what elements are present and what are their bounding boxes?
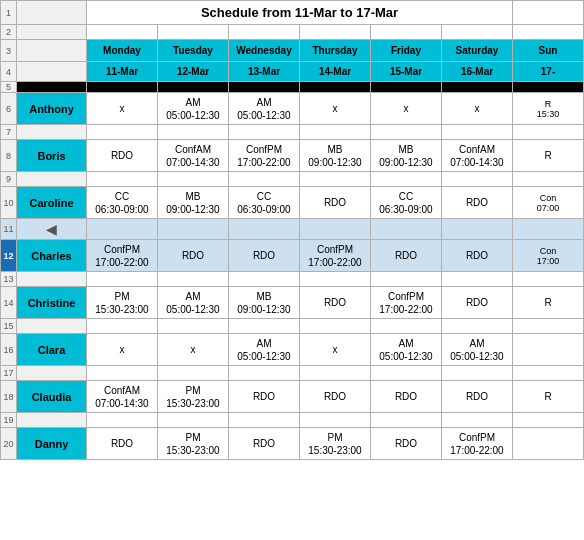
clara-sat: AM 05:00-12:30 xyxy=(442,334,513,366)
claudia-wed: RDO xyxy=(229,381,300,413)
col-a-15 xyxy=(17,319,87,334)
wednesday-header: Wednesday xyxy=(229,40,300,62)
caroline-fri: CC 06:30-09:00 xyxy=(371,187,442,219)
col-g-2 xyxy=(442,25,513,40)
clara-sun xyxy=(513,334,584,366)
boris-wed: ConfPM 17:00-22:00 xyxy=(229,140,300,172)
claudia-fri: RDO xyxy=(371,381,442,413)
col-g-15 xyxy=(442,319,513,334)
caroline-tue: MB 09:00-12:30 xyxy=(158,187,229,219)
col-a-17 xyxy=(17,366,87,381)
claudia-sat: RDO xyxy=(442,381,513,413)
friday-header: Friday xyxy=(371,40,442,62)
charles-sun: Con 17:00 xyxy=(513,240,584,272)
boris-tue: ConfAM 07:00-14:30 xyxy=(158,140,229,172)
row-num-14: 14 xyxy=(1,287,17,319)
col-e-17 xyxy=(300,366,371,381)
name-boris: Boris xyxy=(17,140,87,172)
caroline-sun: Con 07:00 xyxy=(513,187,584,219)
tuesday-header: Tuesday xyxy=(158,40,229,62)
danny-fri: RDO xyxy=(371,428,442,460)
col-a-4 xyxy=(17,62,87,82)
col-g-7 xyxy=(442,125,513,140)
christine-wed: MB 09:00-12:30 xyxy=(229,287,300,319)
col-a-1 xyxy=(17,1,87,25)
caroline-wed: CC 06:30-09:00 xyxy=(229,187,300,219)
clara-tue: x xyxy=(158,334,229,366)
col-c-17 xyxy=(158,366,229,381)
christine-mon: PM 15:30-23:00 xyxy=(87,287,158,319)
row-num-8: 8 xyxy=(1,140,17,172)
col-f-11 xyxy=(371,219,442,240)
col-e-19 xyxy=(300,413,371,428)
col-b-2 xyxy=(87,25,158,40)
christine-fri: ConfPM 17:00-22:00 xyxy=(371,287,442,319)
charles-tue: RDO xyxy=(158,240,229,272)
claudia-tue: PM 15:30-23:00 xyxy=(158,381,229,413)
monday-date: 11-Mar xyxy=(87,62,158,82)
black-5-d xyxy=(229,82,300,93)
name-danny: Danny xyxy=(17,428,87,460)
col-g-9 xyxy=(442,172,513,187)
charles-thu: ConfPM 17:00-22:00 xyxy=(300,240,371,272)
row-num-3: 3 xyxy=(1,40,17,62)
col-h-19 xyxy=(513,413,584,428)
col-h-2 xyxy=(513,25,584,40)
claudia-mon: ConfAM 07:00-14:30 xyxy=(87,381,158,413)
scroll-arrow[interactable]: ◀ xyxy=(17,219,87,240)
charles-wed: RDO xyxy=(229,240,300,272)
caroline-thu: RDO xyxy=(300,187,371,219)
friday-date: 15-Mar xyxy=(371,62,442,82)
caroline-mon: CC 06:30-09:00 xyxy=(87,187,158,219)
clara-wed: AM 05:00-12:30 xyxy=(229,334,300,366)
col-f-2 xyxy=(371,25,442,40)
charles-sat: RDO xyxy=(442,240,513,272)
col-d-11 xyxy=(229,219,300,240)
saturday-date: 16-Mar xyxy=(442,62,513,82)
thursday-date: 14-Mar xyxy=(300,62,371,82)
danny-sat: ConfPM 17:00-22:00 xyxy=(442,428,513,460)
row-num-5: 5 xyxy=(1,82,17,93)
row-num-12: 12 xyxy=(1,240,17,272)
col-h-15 xyxy=(513,319,584,334)
boris-mon: RDO xyxy=(87,140,158,172)
wednesday-date: 13-Mar xyxy=(229,62,300,82)
black-5-c xyxy=(158,82,229,93)
col-c-9 xyxy=(158,172,229,187)
col-c-11 xyxy=(158,219,229,240)
col-c-15 xyxy=(158,319,229,334)
col-a-2 xyxy=(17,25,87,40)
col-g-17 xyxy=(442,366,513,381)
boris-thu: MB 09:00-12:30 xyxy=(300,140,371,172)
black-5-a xyxy=(17,82,87,93)
col-f-15 xyxy=(371,319,442,334)
col-d-19 xyxy=(229,413,300,428)
col-b-17 xyxy=(87,366,158,381)
row-num-4: 4 xyxy=(1,62,17,82)
row-num-18: 18 xyxy=(1,381,17,413)
col-c-19 xyxy=(158,413,229,428)
col-f-9 xyxy=(371,172,442,187)
danny-thu: PM 15:30-23:00 xyxy=(300,428,371,460)
row-num-6: 6 xyxy=(1,93,17,125)
charles-fri: RDO xyxy=(371,240,442,272)
anthony-sun: R 15:30 xyxy=(513,93,584,125)
danny-mon: RDO xyxy=(87,428,158,460)
anthony-fri: x xyxy=(371,93,442,125)
title-cell: Schedule from 11-Mar to 17-Mar xyxy=(87,1,513,25)
row-num-20: 20 xyxy=(1,428,17,460)
col-f-17 xyxy=(371,366,442,381)
danny-tue: PM 15:30-23:00 xyxy=(158,428,229,460)
col-c-2 xyxy=(158,25,229,40)
claudia-thu: RDO xyxy=(300,381,371,413)
col-a-7 xyxy=(17,125,87,140)
christine-tue: AM 05:00-12:30 xyxy=(158,287,229,319)
christine-thu: RDO xyxy=(300,287,371,319)
row-num-1: 1 xyxy=(1,1,17,25)
black-5-b xyxy=(87,82,158,93)
sunday-date: 17- xyxy=(513,62,584,82)
name-charles: Charles xyxy=(17,240,87,272)
col-g-11 xyxy=(442,219,513,240)
danny-sun xyxy=(513,428,584,460)
black-5-e xyxy=(300,82,371,93)
